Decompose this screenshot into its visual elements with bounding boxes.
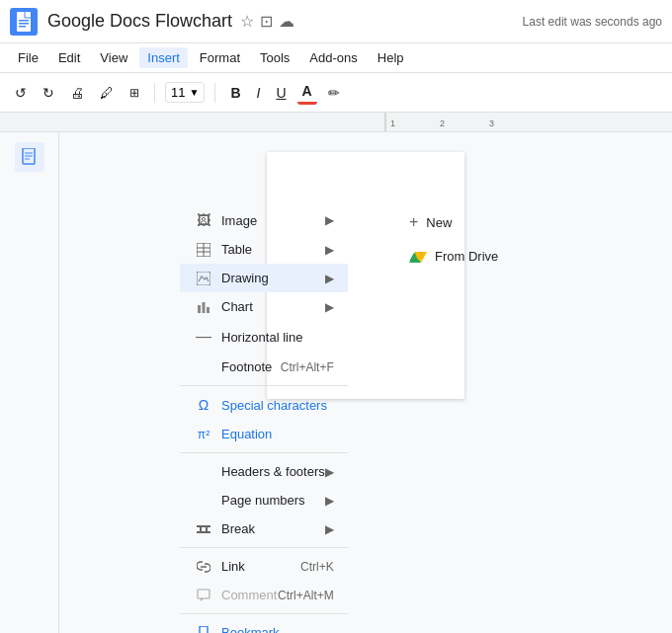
menu-row-hline[interactable]: — Horizontal line [180,321,348,353]
equation-label: Equation [221,427,334,441]
menu-help[interactable]: Help [370,47,412,68]
print-button[interactable]: 🖨 [65,82,89,104]
equation-icon: π² [194,428,213,441]
menu-addons[interactable]: Add-ons [301,47,365,68]
drawing-label: Drawing [221,271,325,285]
page-numbers-arrow: ▶ [325,494,334,508]
image-label: Image [221,213,325,228]
redo-button[interactable]: ↻ [38,82,59,104]
title-icons: ☆ ⊡ ☁ [240,12,294,31]
menu-row-equation[interactable]: π² Equation [180,420,348,448]
star-icon[interactable]: ☆ [240,12,254,31]
svg-rect-18 [198,305,201,313]
divider-3 [180,547,348,548]
sidebar-left [0,132,59,633]
svg-rect-3 [19,26,26,28]
table-label: Table [221,242,325,257]
drawing-arrow: ▶ [325,272,334,285]
menu-row-link[interactable]: Link Ctrl+K [180,552,348,581]
menu-row-comment: Comment Ctrl+Alt+M [180,581,348,609]
font-size-control[interactable]: 11 ▼ [165,82,205,103]
menu-edit[interactable]: Edit [50,47,88,68]
break-arrow: ▶ [325,522,334,536]
svg-rect-26 [198,590,210,598]
underline-button[interactable]: U [271,82,291,104]
comment-icon [194,589,213,602]
table-icon [194,243,213,257]
toolbar: ↺ ↻ 🖨 🖊 ⊞ 11 ▼ B I U A ✏ [0,73,672,113]
text-color-button[interactable]: A [297,80,317,105]
undo-button[interactable]: ↺ [10,82,32,104]
bookmark-icon [194,626,213,634]
svg-rect-21 [197,525,210,527]
app-icon[interactable] [10,8,38,36]
headers-label: Headers & footers [221,464,325,479]
menu-row-page-numbers[interactable]: Page numbers ▶ [180,486,348,514]
divider-1 [180,385,348,386]
from-drive-label: From Drive [435,249,498,264]
link-icon [194,560,213,574]
svg-rect-19 [203,302,206,313]
table-arrow: ▶ [325,243,334,257]
menu-row-headers[interactable]: Headers & footers ▶ [180,457,348,486]
svg-rect-0 [17,12,31,32]
submenu-row-new[interactable]: + New [395,205,512,239]
spellcheck-button[interactable]: 🖊 [95,82,119,104]
menu-row-bookmark[interactable]: Bookmark [180,618,348,633]
main-area: 🖼 Image ▶ Table ▶ Drawing ▶ Chart ▶ [0,132,672,633]
cloud-icon[interactable]: ☁ [279,12,294,31]
svg-rect-4 [0,113,672,132]
svg-rect-22 [197,531,210,533]
menu-insert[interactable]: Insert [139,47,188,68]
drawing-icon [194,272,213,285]
svg-rect-2 [19,23,29,25]
doc-title: Google Docs Flowchart [47,11,232,32]
format-button[interactable]: ⊞ [125,83,144,103]
menu-row-break[interactable]: Break ▶ [180,514,348,543]
menu-format[interactable]: Format [192,47,248,68]
italic-button[interactable]: I [252,82,266,104]
image-icon: 🖼 [194,212,213,228]
menu-tools[interactable]: Tools [252,47,297,68]
highlight-button[interactable]: ✏ [323,82,345,104]
chart-icon [194,300,213,314]
toolbar-sep-1 [154,83,155,103]
drive-icon [409,247,427,266]
bold-button[interactable]: B [225,82,245,104]
font-size-value: 11 [171,85,185,100]
chart-label: Chart [221,299,325,314]
font-size-chevron[interactable]: ▼ [189,87,199,98]
menu-row-special-chars[interactable]: Ω Special characters [180,390,348,420]
menu-view[interactable]: View [92,47,135,68]
page-numbers-label: Page numbers [221,493,325,508]
divider-2 [180,452,348,453]
svg-text:1: 1 [390,119,395,128]
svg-text:2: 2 [440,119,445,128]
svg-rect-1 [19,20,29,22]
hline-icon: — [194,328,213,346]
divider-4 [180,613,348,614]
toolbar-sep-2 [214,83,215,103]
special-chars-icon: Ω [194,397,213,413]
drawing-submenu: + New [395,205,512,274]
bookmark-label: Bookmark [221,625,334,633]
menu-file[interactable]: File [10,47,46,68]
new-label: New [426,215,452,230]
image-arrow: ▶ [325,213,334,227]
headers-arrow: ▶ [325,465,334,479]
menu-row-image[interactable]: 🖼 Image ▶ [180,205,348,235]
ruler: 1 2 3 [0,113,672,132]
insert-menu: 🖼 Image ▶ Table ▶ Drawing ▶ Chart ▶ [180,205,348,633]
menu-row-footnote[interactable]: Footnote Ctrl+Alt+F [180,353,348,381]
footnote-label: Footnote [221,359,281,374]
svg-rect-24 [206,527,208,531]
menu-row-chart[interactable]: Chart ▶ [180,292,348,321]
footnote-shortcut: Ctrl+Alt+F [281,360,334,374]
menu-row-drawing[interactable]: Drawing ▶ [180,264,348,292]
sidebar-doc-icon[interactable] [15,142,44,172]
menu-row-table[interactable]: Table ▶ [180,235,348,264]
submenu-row-from-drive[interactable]: From Drive [395,239,512,274]
link-label: Link [221,559,300,574]
folder-icon[interactable]: ⊡ [260,12,273,31]
hline-label: Horizontal line [221,330,334,345]
